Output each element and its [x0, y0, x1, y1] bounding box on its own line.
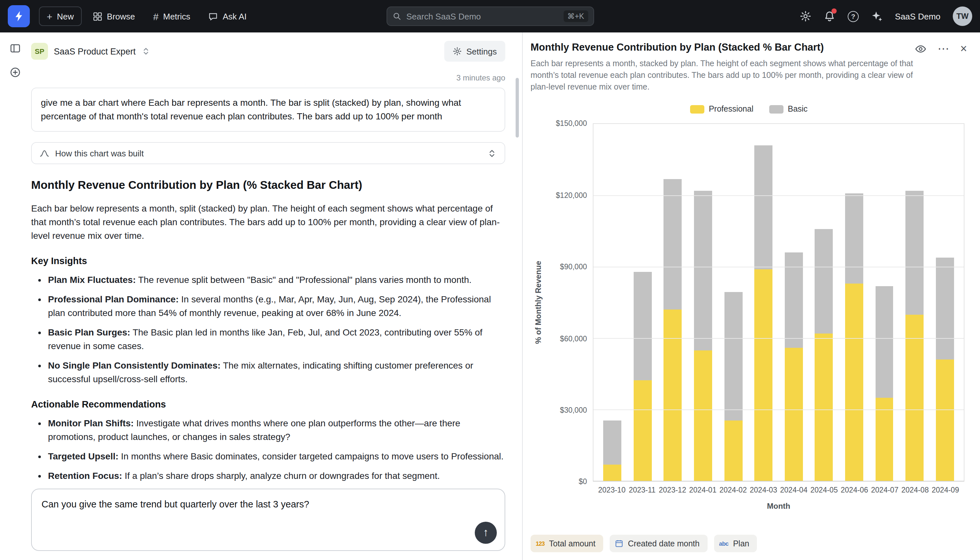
stacked-bar	[754, 124, 772, 481]
bar-2024-07[interactable]	[869, 124, 899, 481]
browse-button[interactable]: Browse	[86, 7, 142, 26]
list-item: Professional Plan Dominance: In several …	[48, 293, 505, 320]
segment-professional[interactable]	[905, 314, 924, 481]
chat-bubble-icon	[209, 12, 218, 21]
x-tick-label: 2023-12	[657, 487, 688, 494]
chat-column: SP SaaS Product Expert Se	[30, 32, 522, 560]
segment-basic[interactable]	[875, 286, 894, 398]
project-switcher[interactable]: SaaS Demo	[895, 12, 940, 21]
notifications-button[interactable]	[824, 10, 835, 22]
chat-scrollbar[interactable]	[516, 78, 519, 138]
segment-professional[interactable]	[785, 348, 803, 481]
new-button[interactable]: + New	[39, 7, 82, 26]
app-logo[interactable]	[8, 5, 30, 27]
help-button[interactable]: ?	[848, 11, 859, 22]
segment-professional[interactable]	[815, 333, 833, 481]
ask-ai-button[interactable]: Ask AI	[201, 7, 254, 26]
segment-basic[interactable]	[694, 191, 712, 350]
bar-2023-10[interactable]	[597, 124, 628, 481]
sparkles-icon	[871, 10, 883, 22]
stacked-bar	[694, 124, 712, 481]
chat-input[interactable]: Can you give the same trend but quarterl…	[42, 498, 495, 511]
stacked-bar	[724, 124, 742, 481]
agent-name: SaaS Product Expert	[54, 47, 136, 56]
segment-basic[interactable]	[815, 229, 833, 333]
main-split: SP SaaS Product Expert Se	[0, 32, 980, 560]
gridline	[593, 196, 964, 196]
bar-2024-02[interactable]	[718, 124, 749, 481]
segment-basic[interactable]	[634, 272, 652, 380]
agent-settings-button[interactable]: Settings	[444, 41, 505, 62]
stacked-bar	[845, 124, 863, 481]
segment-basic[interactable]	[724, 292, 742, 420]
eye-icon	[915, 43, 927, 54]
gridline	[593, 410, 964, 410]
preview-chart-button[interactable]	[915, 43, 927, 54]
x-tick-label: 2024-06	[839, 487, 870, 494]
send-button[interactable]: ↑	[475, 522, 497, 544]
message-thread: 3 minutes ago give me a bar chart where …	[31, 67, 505, 482]
segment-professional[interactable]	[603, 464, 622, 481]
y-tick-label: $30,000	[560, 406, 587, 414]
x-tick-label: 2024-09	[930, 487, 961, 494]
segment-professional[interactable]	[664, 310, 682, 481]
search-placeholder: Search SaaS Demo	[406, 12, 481, 21]
user-avatar[interactable]: TW	[953, 7, 972, 26]
segment-professional[interactable]	[754, 269, 772, 481]
segment-basic[interactable]	[845, 193, 863, 283]
more-options-button[interactable]: ⋯	[937, 43, 949, 55]
search-shortcut: ⌘+K	[563, 10, 588, 22]
new-thread-icon	[9, 67, 20, 78]
y-axis-title: % of Monthly Revenue	[533, 123, 543, 482]
settings-nav-button[interactable]	[800, 10, 811, 22]
segment-basic[interactable]	[935, 257, 954, 360]
field-pill-plan[interactable]: abcPlan	[714, 535, 757, 552]
field-pill-total-amount[interactable]: 123Total amount	[530, 535, 603, 552]
how-built-toggle[interactable]: How this chart was built	[31, 142, 505, 164]
y-tick-label: $90,000	[560, 263, 587, 271]
segment-professional[interactable]	[845, 283, 863, 481]
plot-region: % of Monthly Revenue $150,000$120,000$90…	[593, 123, 964, 482]
ai-hub-button[interactable]	[871, 10, 883, 22]
lightning-bolt-icon	[13, 10, 25, 22]
segment-professional[interactable]	[694, 350, 712, 481]
segment-basic[interactable]	[905, 191, 924, 314]
segment-basic[interactable]	[754, 146, 772, 269]
new-thread-button[interactable]	[9, 67, 20, 78]
bar-2024-06[interactable]	[839, 124, 869, 481]
segment-professional[interactable]	[935, 360, 954, 481]
bar-2023-11[interactable]	[628, 124, 658, 481]
bar-2024-08[interactable]	[900, 124, 930, 481]
bar-2024-04[interactable]	[779, 124, 809, 481]
sidebar-toggle-button[interactable]	[9, 43, 20, 54]
key-insights-heading: Key Insights	[31, 256, 505, 266]
segment-basic[interactable]	[664, 179, 682, 310]
stacked-bar	[815, 124, 833, 481]
legend-item-professional[interactable]: Professional	[690, 105, 754, 114]
response-intro: Each bar below represents a month, split…	[31, 202, 505, 243]
segment-professional[interactable]	[634, 380, 652, 481]
legend-item-basic[interactable]: Basic	[769, 105, 807, 114]
bar-2024-01[interactable]	[688, 124, 718, 481]
chat-input-box[interactable]: Can you give the same trend but quarterl…	[31, 488, 505, 551]
chart-panel: Monthly Revenue Contribution by Plan (St…	[523, 32, 980, 560]
metrics-button[interactable]: # Metrics	[146, 7, 197, 26]
field-pill-created-date-month[interactable]: Created date month	[610, 535, 707, 552]
gridline	[593, 267, 964, 268]
chevron-updown-icon	[141, 47, 151, 56]
close-panel-button[interactable]: ×	[960, 43, 967, 55]
bar-2024-03[interactable]	[749, 124, 779, 481]
agent-selector[interactable]: SP SaaS Product Expert	[31, 43, 151, 60]
user-message: give me a bar chart where Each bar repre…	[31, 88, 505, 132]
field-pill-label: Plan	[733, 539, 749, 548]
y-tick-label: $150,000	[556, 120, 587, 128]
y-tick-label: $0	[578, 478, 587, 486]
bar-2023-12[interactable]	[658, 124, 688, 481]
help-icon: ?	[848, 11, 859, 22]
chevron-updown-icon	[487, 148, 497, 158]
bar-2024-05[interactable]	[809, 124, 839, 481]
bar-2024-09[interactable]	[930, 124, 960, 481]
search-input[interactable]: Search SaaS Demo ⌘+K	[386, 7, 594, 26]
segment-basic[interactable]	[603, 420, 622, 465]
segment-professional[interactable]	[724, 420, 742, 481]
